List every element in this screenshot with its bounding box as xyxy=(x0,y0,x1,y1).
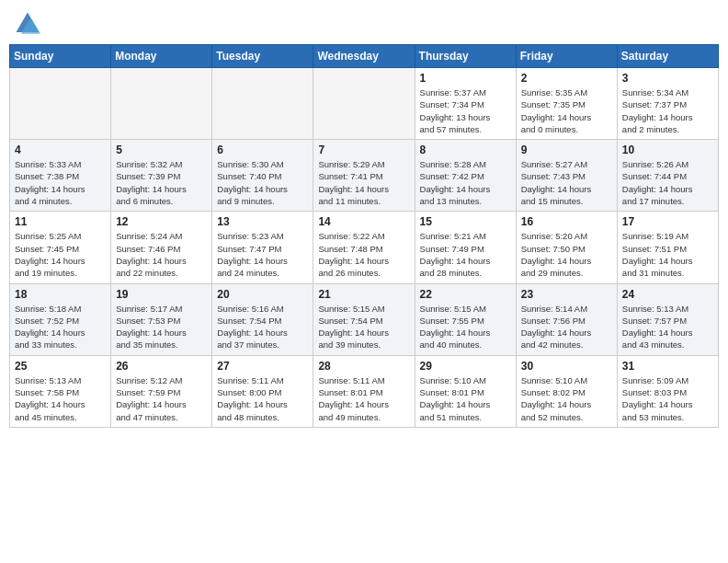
day-info: Sunrise: 5:28 AM Sunset: 7:42 PM Dayligh… xyxy=(420,158,511,207)
calendar-cell: 6Sunrise: 5:30 AM Sunset: 7:40 PM Daylig… xyxy=(212,140,313,212)
logo-icon xyxy=(13,9,42,39)
day-number: 22 xyxy=(420,288,511,301)
day-number: 16 xyxy=(521,215,612,228)
day-number: 31 xyxy=(622,360,713,373)
calendar-cell: 19Sunrise: 5:17 AM Sunset: 7:53 PM Dayli… xyxy=(111,283,212,355)
calendar-cell: 11Sunrise: 5:25 AM Sunset: 7:45 PM Dayli… xyxy=(10,212,111,283)
day-number: 3 xyxy=(622,72,713,85)
calendar-week-row: 25Sunrise: 5:13 AM Sunset: 7:58 PM Dayli… xyxy=(10,355,719,427)
day-number: 8 xyxy=(420,144,511,156)
day-info: Sunrise: 5:10 AM Sunset: 8:02 PM Dayligh… xyxy=(521,374,612,423)
day-info: Sunrise: 5:18 AM Sunset: 7:52 PM Dayligh… xyxy=(15,303,106,351)
calendar-cell: 30Sunrise: 5:10 AM Sunset: 8:02 PM Dayli… xyxy=(516,355,617,427)
calendar-cell: 29Sunrise: 5:10 AM Sunset: 8:01 PM Dayli… xyxy=(415,355,516,427)
weekday-header: Thursday xyxy=(415,45,516,68)
weekday-header: Tuesday xyxy=(212,45,313,68)
calendar-week-row: 11Sunrise: 5:25 AM Sunset: 7:45 PM Dayli… xyxy=(10,212,719,283)
day-info: Sunrise: 5:14 AM Sunset: 7:56 PM Dayligh… xyxy=(521,303,612,351)
day-number: 15 xyxy=(420,215,511,228)
calendar-cell: 8Sunrise: 5:28 AM Sunset: 7:42 PM Daylig… xyxy=(415,140,516,212)
day-number: 27 xyxy=(217,360,308,373)
calendar-cell: 3Sunrise: 5:34 AM Sunset: 7:37 PM Daylig… xyxy=(617,68,718,140)
day-info: Sunrise: 5:15 AM Sunset: 7:54 PM Dayligh… xyxy=(318,303,409,351)
weekday-header: Friday xyxy=(516,45,617,68)
day-number: 17 xyxy=(622,215,713,228)
calendar-cell: 25Sunrise: 5:13 AM Sunset: 7:58 PM Dayli… xyxy=(10,355,111,427)
day-number: 5 xyxy=(116,144,207,156)
calendar-cell: 28Sunrise: 5:11 AM Sunset: 8:01 PM Dayli… xyxy=(313,355,415,427)
calendar-cell: 31Sunrise: 5:09 AM Sunset: 8:03 PM Dayli… xyxy=(617,355,718,427)
day-number: 13 xyxy=(217,215,308,228)
calendar-cell: 21Sunrise: 5:15 AM Sunset: 7:54 PM Dayli… xyxy=(313,283,415,355)
day-info: Sunrise: 5:11 AM Sunset: 8:00 PM Dayligh… xyxy=(217,374,308,423)
calendar-cell: 12Sunrise: 5:24 AM Sunset: 7:46 PM Dayli… xyxy=(111,212,212,283)
calendar-cell: 23Sunrise: 5:14 AM Sunset: 7:56 PM Dayli… xyxy=(516,283,617,355)
day-number: 7 xyxy=(318,144,409,156)
day-info: Sunrise: 5:37 AM Sunset: 7:34 PM Dayligh… xyxy=(420,86,511,135)
day-info: Sunrise: 5:29 AM Sunset: 7:41 PM Dayligh… xyxy=(318,158,409,207)
day-number: 18 xyxy=(15,288,106,301)
day-info: Sunrise: 5:25 AM Sunset: 7:45 PM Dayligh… xyxy=(15,230,106,279)
calendar-cell: 27Sunrise: 5:11 AM Sunset: 8:00 PM Dayli… xyxy=(212,355,313,427)
day-number: 12 xyxy=(116,215,207,228)
calendar-cell: 16Sunrise: 5:20 AM Sunset: 7:50 PM Dayli… xyxy=(516,212,617,283)
day-number: 28 xyxy=(318,360,409,373)
day-number: 19 xyxy=(116,288,207,301)
calendar-header-row: SundayMondayTuesdayWednesdayThursdayFrid… xyxy=(10,45,719,68)
calendar-cell: 13Sunrise: 5:23 AM Sunset: 7:47 PM Dayli… xyxy=(212,212,313,283)
day-info: Sunrise: 5:34 AM Sunset: 7:37 PM Dayligh… xyxy=(622,86,713,135)
day-info: Sunrise: 5:26 AM Sunset: 7:44 PM Dayligh… xyxy=(622,158,713,207)
day-info: Sunrise: 5:21 AM Sunset: 7:49 PM Dayligh… xyxy=(420,230,511,279)
calendar-cell: 24Sunrise: 5:13 AM Sunset: 7:57 PM Dayli… xyxy=(617,283,718,355)
calendar-cell xyxy=(10,68,111,140)
day-info: Sunrise: 5:30 AM Sunset: 7:40 PM Dayligh… xyxy=(217,158,308,207)
calendar-cell: 10Sunrise: 5:26 AM Sunset: 7:44 PM Dayli… xyxy=(617,140,718,212)
calendar-cell: 18Sunrise: 5:18 AM Sunset: 7:52 PM Dayli… xyxy=(10,283,111,355)
day-info: Sunrise: 5:22 AM Sunset: 7:48 PM Dayligh… xyxy=(318,230,409,279)
day-info: Sunrise: 5:13 AM Sunset: 7:58 PM Dayligh… xyxy=(15,374,106,423)
day-number: 23 xyxy=(521,288,612,301)
calendar-cell: 15Sunrise: 5:21 AM Sunset: 7:49 PM Dayli… xyxy=(415,212,516,283)
day-number: 24 xyxy=(622,288,713,301)
day-info: Sunrise: 5:24 AM Sunset: 7:46 PM Dayligh… xyxy=(116,230,207,279)
day-info: Sunrise: 5:13 AM Sunset: 7:57 PM Dayligh… xyxy=(622,303,713,351)
calendar-week-row: 1Sunrise: 5:37 AM Sunset: 7:34 PM Daylig… xyxy=(10,68,719,140)
calendar-cell: 1Sunrise: 5:37 AM Sunset: 7:34 PM Daylig… xyxy=(415,68,516,140)
page-header xyxy=(9,9,719,39)
calendar-week-row: 4Sunrise: 5:33 AM Sunset: 7:38 PM Daylig… xyxy=(10,140,719,212)
day-info: Sunrise: 5:15 AM Sunset: 7:55 PM Dayligh… xyxy=(420,303,511,351)
calendar-cell: 4Sunrise: 5:33 AM Sunset: 7:38 PM Daylig… xyxy=(10,140,111,212)
day-number: 6 xyxy=(217,144,308,156)
calendar-cell: 2Sunrise: 5:35 AM Sunset: 7:35 PM Daylig… xyxy=(516,68,617,140)
calendar-cell: 9Sunrise: 5:27 AM Sunset: 7:43 PM Daylig… xyxy=(516,140,617,212)
calendar-cell: 5Sunrise: 5:32 AM Sunset: 7:39 PM Daylig… xyxy=(111,140,212,212)
day-info: Sunrise: 5:10 AM Sunset: 8:01 PM Dayligh… xyxy=(420,374,511,423)
day-info: Sunrise: 5:27 AM Sunset: 7:43 PM Dayligh… xyxy=(521,158,612,207)
day-number: 21 xyxy=(318,288,409,301)
calendar-cell: 22Sunrise: 5:15 AM Sunset: 7:55 PM Dayli… xyxy=(415,283,516,355)
day-number: 9 xyxy=(521,144,612,156)
day-info: Sunrise: 5:11 AM Sunset: 8:01 PM Dayligh… xyxy=(318,374,409,423)
day-info: Sunrise: 5:33 AM Sunset: 7:38 PM Dayligh… xyxy=(15,158,106,207)
weekday-header: Saturday xyxy=(617,45,718,68)
day-info: Sunrise: 5:23 AM Sunset: 7:47 PM Dayligh… xyxy=(217,230,308,279)
day-info: Sunrise: 5:12 AM Sunset: 7:59 PM Dayligh… xyxy=(116,374,207,423)
day-number: 30 xyxy=(521,360,612,373)
day-number: 20 xyxy=(217,288,308,301)
calendar-table: SundayMondayTuesdayWednesdayThursdayFrid… xyxy=(9,44,719,428)
weekday-header: Sunday xyxy=(10,45,111,68)
weekday-header: Monday xyxy=(111,45,212,68)
day-info: Sunrise: 5:20 AM Sunset: 7:50 PM Dayligh… xyxy=(521,230,612,279)
calendar-cell: 20Sunrise: 5:16 AM Sunset: 7:54 PM Dayli… xyxy=(212,283,313,355)
day-number: 11 xyxy=(15,215,106,228)
day-number: 10 xyxy=(622,144,713,156)
calendar-cell: 7Sunrise: 5:29 AM Sunset: 7:41 PM Daylig… xyxy=(313,140,415,212)
day-number: 4 xyxy=(15,144,106,156)
day-number: 14 xyxy=(318,215,409,228)
day-info: Sunrise: 5:35 AM Sunset: 7:35 PM Dayligh… xyxy=(521,86,612,135)
day-number: 25 xyxy=(15,360,106,373)
calendar-cell: 26Sunrise: 5:12 AM Sunset: 7:59 PM Dayli… xyxy=(111,355,212,427)
day-number: 29 xyxy=(420,360,511,373)
day-info: Sunrise: 5:32 AM Sunset: 7:39 PM Dayligh… xyxy=(116,158,207,207)
calendar-cell: 17Sunrise: 5:19 AM Sunset: 7:51 PM Dayli… xyxy=(617,212,718,283)
